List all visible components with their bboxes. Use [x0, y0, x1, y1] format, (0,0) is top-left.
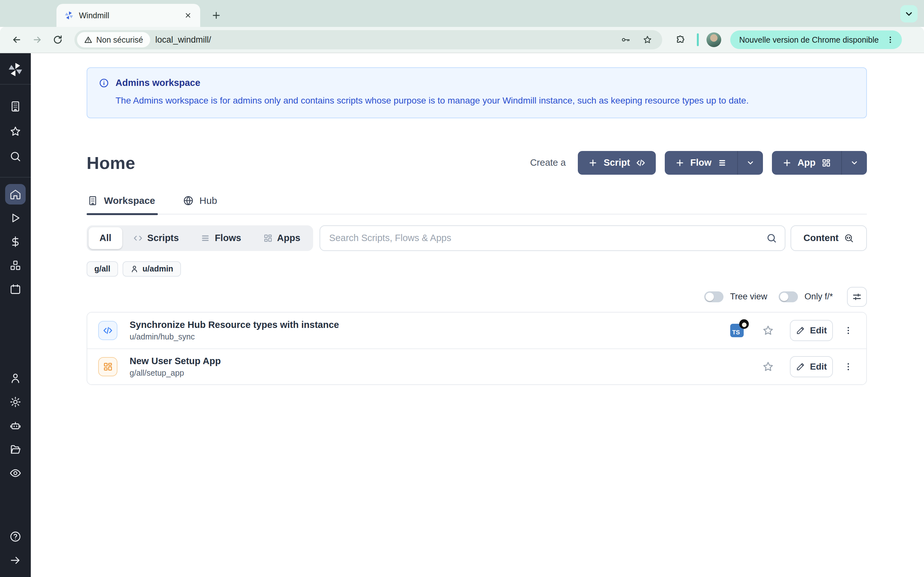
sidebar-item-settings-gear-icon[interactable] [5, 392, 26, 412]
sidebar-item-workers-robot-icon[interactable] [5, 416, 26, 436]
sidebar-item-resources[interactable] [5, 255, 26, 276]
flow-list-icon [200, 234, 210, 243]
sidebar-item-variables[interactable] [5, 231, 26, 252]
create-script-button[interactable]: Script [578, 151, 656, 175]
only-f-toggle[interactable] [779, 292, 798, 302]
extensions-puzzle-icon[interactable] [671, 31, 689, 49]
list-item-app[interactable]: New User Setup App g/all/setup_app Edit [87, 348, 866, 384]
content-button-label: Content [803, 233, 838, 243]
banner-body: The Admins workspace is for admins only … [115, 95, 855, 107]
tab-workspace[interactable]: Workspace [87, 195, 158, 214]
sidebar-divider [0, 84, 31, 85]
only-f-label: Only f/* [804, 292, 833, 301]
chrome-update-button[interactable]: Nouvelle version de Chrome disponible [730, 31, 902, 49]
items-list: Synchronize Hub Resource types with inst… [87, 312, 867, 385]
sidebar-divider [0, 177, 31, 177]
windmill-logo-icon[interactable] [7, 61, 23, 77]
filter-scripts-label: Scripts [147, 233, 179, 243]
search-input[interactable] [329, 233, 766, 243]
edit-button[interactable]: Edit [790, 320, 833, 341]
banner-title: Admins workspace [115, 77, 200, 88]
user-icon [130, 265, 139, 273]
admins-workspace-banner: Admins workspace The Admins workspace is… [87, 67, 867, 118]
search-bar [320, 226, 785, 251]
security-label: Non sécurisé [96, 35, 143, 45]
chip-label: g/all [94, 264, 110, 274]
url-text[interactable]: local_windmill/ [155, 35, 612, 45]
url-bar[interactable]: Non sécurisé local_windmill/ [74, 30, 662, 49]
plus-icon [782, 158, 792, 168]
edit-label: Edit [810, 326, 827, 335]
create-flow-button[interactable]: Flow [665, 151, 763, 175]
create-app-button[interactable]: App [772, 151, 867, 175]
bookmark-star-icon[interactable] [639, 31, 656, 48]
owner-chip-uadmin[interactable]: u/admin [123, 261, 181, 277]
windmill-favicon-icon [64, 11, 74, 20]
tab-hub-label: Hub [200, 195, 217, 206]
sliders-icon [852, 292, 862, 302]
pencil-icon [796, 326, 805, 335]
flow-dropdown-chevron-icon[interactable] [737, 151, 763, 175]
item-menu-kebab-icon[interactable] [841, 359, 856, 374]
code-icon [636, 158, 646, 168]
script-code-icon [98, 321, 118, 340]
language-badge: TS [730, 324, 744, 337]
create-app-label: App [798, 157, 816, 168]
sidebar-item-users[interactable] [5, 368, 26, 388]
favorite-star-icon[interactable] [760, 359, 776, 374]
filter-all[interactable]: All [89, 227, 122, 249]
item-title: Synchronize Hub Resource types with inst… [129, 319, 730, 330]
sidebar-item-folders-icon[interactable] [5, 439, 26, 460]
info-icon [99, 78, 109, 88]
type-filter-segmented: All Scripts Flows Apps [87, 226, 313, 251]
back-icon[interactable] [8, 31, 26, 49]
favorites-star-icon[interactable] [5, 121, 26, 142]
help-icon[interactable] [5, 526, 26, 547]
expand-sidebar-arrow-icon[interactable] [5, 550, 26, 571]
sidebar-item-home[interactable] [5, 184, 26, 205]
sidebar-item-runs[interactable] [5, 208, 26, 228]
filter-scripts[interactable]: Scripts [122, 227, 190, 249]
bun-runtime-icon [739, 319, 749, 329]
tab-close-icon[interactable] [182, 10, 194, 21]
display-settings-button[interactable] [847, 287, 867, 307]
reload-icon[interactable] [49, 31, 67, 49]
passwords-key-icon[interactable] [617, 31, 634, 48]
app-dropdown-chevron-icon[interactable] [841, 151, 867, 175]
browser-tab[interactable]: Windmill [57, 4, 200, 27]
tab-hub[interactable]: Hub [182, 195, 220, 214]
tree-view-label: Tree view [730, 292, 767, 301]
tree-view-toggle[interactable] [704, 292, 724, 302]
forward-icon[interactable] [28, 31, 46, 49]
filter-flows-label: Flows [215, 233, 241, 243]
chrome-update-label: Nouvelle version de Chrome disponible [739, 35, 879, 45]
filter-apps[interactable]: Apps [252, 227, 312, 249]
content-search-button[interactable]: Content [790, 226, 867, 251]
new-tab-button[interactable] [208, 7, 225, 24]
pencil-icon [796, 362, 805, 371]
app-grid-icon [98, 357, 118, 376]
favorite-star-icon[interactable] [760, 323, 776, 338]
sidebar-item-audit-eye-icon[interactable] [5, 463, 26, 484]
browser-toolbar: Non sécurisé local_windmill/ Nouvelle ve… [0, 27, 924, 53]
search-icon [766, 233, 777, 243]
edit-button[interactable]: Edit [790, 356, 833, 377]
workspace-building-icon[interactable] [5, 96, 26, 117]
item-menu-kebab-icon[interactable] [841, 323, 856, 338]
browser-menu-kebab-icon[interactable] [884, 33, 897, 46]
tab-workspace-label: Workspace [104, 195, 155, 206]
profile-avatar[interactable] [706, 32, 721, 47]
list-item-script[interactable]: Synchronize Hub Resource types with inst… [87, 313, 866, 348]
sidebar-item-schedules[interactable] [5, 279, 26, 300]
filter-flows[interactable]: Flows [190, 227, 252, 249]
search-icon[interactable] [5, 146, 26, 167]
app-grid-icon [821, 158, 831, 168]
globe-icon [183, 195, 194, 206]
owner-chip-gall[interactable]: g/all [87, 261, 118, 277]
plus-icon [588, 158, 598, 168]
security-chip[interactable]: Non sécurisé [77, 32, 150, 47]
flow-list-icon [717, 158, 727, 168]
building-icon [87, 195, 98, 206]
sidebar [0, 53, 31, 577]
tab-search-button[interactable] [900, 5, 918, 23]
